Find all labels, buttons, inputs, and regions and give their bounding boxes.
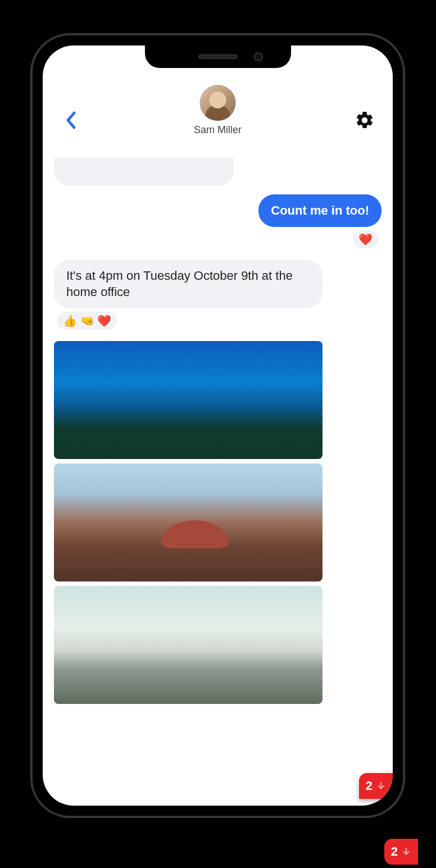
outgoing-message-bubble[interactable]: Count me in too! [258,194,382,227]
attachment-image-city[interactable] [54,586,323,704]
unread-count: 2 [391,844,398,859]
message-reactions[interactable]: 👍 🤜 ❤️ [57,312,117,330]
contact-info[interactable]: Sam Miller [194,85,242,136]
outgoing-message-row: Count me in too! ❤️ [54,194,382,248]
previous-incoming-bubble-tail[interactable] [54,158,234,186]
attachment-image-aerial[interactable] [54,463,323,581]
contact-avatar[interactable] [199,85,235,121]
gear-icon [355,110,375,130]
unread-scroll-badge-overflow[interactable]: 2 [384,839,418,865]
reactions-emojis: 👍 🤜 ❤️ [63,314,111,328]
app-screen: Sam Miller Count me in too! ❤️ It's at 4… [43,46,393,806]
arrow-down-icon [376,781,386,791]
incoming-message-row: It's at 4pm on Tuesday October 9th at th… [54,260,382,330]
arrow-down-icon [401,847,411,857]
image-attachments [54,341,323,704]
back-button[interactable] [60,109,82,131]
contact-name: Sam Miller [194,124,242,136]
message-reaction[interactable]: ❤️ [353,230,378,248]
phone-frame: Sam Miller Count me in too! ❤️ It's at 4… [31,34,405,817]
chevron-left-icon [65,111,77,130]
messages-list[interactable]: Count me in too! ❤️ It's at 4pm on Tuesd… [43,163,393,806]
heart-icon: ❤️ [358,233,373,246]
phone-speaker [198,54,238,59]
unread-count: 2 [366,779,373,793]
incoming-message-bubble[interactable]: It's at 4pm on Tuesday October 9th at th… [54,260,323,308]
attachment-image-underwater[interactable] [54,341,323,459]
unread-scroll-badge[interactable]: 2 [359,773,393,799]
phone-notch [145,46,291,68]
settings-button[interactable] [353,109,376,131]
phone-camera [254,52,263,61]
